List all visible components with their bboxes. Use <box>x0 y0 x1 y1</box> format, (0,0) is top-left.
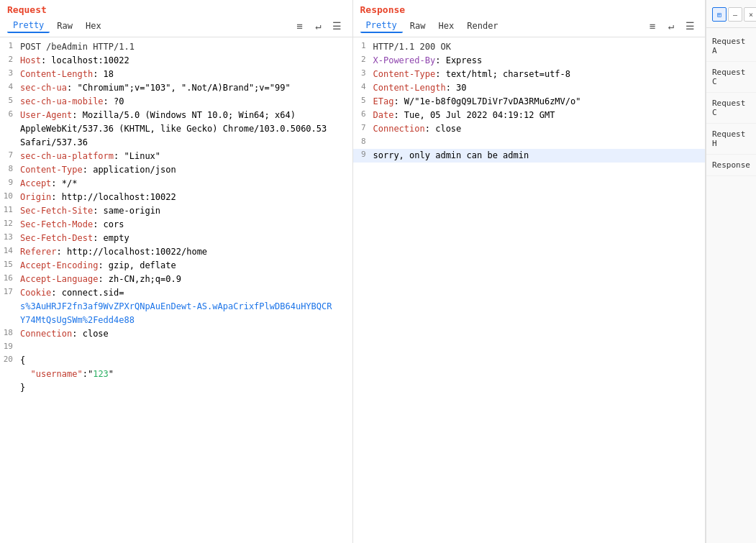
inspect-header-area: ⊞ — × Inspect <box>706 0 756 28</box>
inspect-items-list: Request A Request C Request C Request H … <box>706 28 756 179</box>
response-menu-icon[interactable]: ☰ <box>682 18 698 34</box>
request-line-6a: 6 User-Agent: Mozilla/5.0 (Windows NT 10… <box>0 109 352 122</box>
request-line-9: 9 Accept: */* <box>0 177 352 191</box>
response-line-1: 1 HTTP/1.1 200 OK <box>353 40 706 54</box>
inspect-item-request-a[interactable]: Request A <box>706 31 756 62</box>
response-line-3: 3 Content-Type: text/html; charset=utf-8 <box>353 68 706 81</box>
request-line-19: 19 <box>0 341 352 354</box>
request-line-18: 18 Connection: close <box>0 327 352 341</box>
request-tabs: Pretty Raw Hex ≡ ↵ ☰ <box>7 18 345 34</box>
request-line-15: 15 Accept-Encoding: gzip, deflate <box>0 259 352 273</box>
response-line-9: 9 sorry, only admin can be admin <box>353 149 706 163</box>
response-newline-icon[interactable]: ↵ <box>663 18 679 34</box>
request-panel: Request Pretty Raw Hex ≡ ↵ ☰ 1 POST /beA… <box>0 0 353 543</box>
tab-hex-request[interactable]: Hex <box>80 19 107 32</box>
response-line-2: 2 X-Powered-By: Express <box>353 54 706 68</box>
response-content: 1 HTTP/1.1 200 OK 2 X-Powered-By: Expres… <box>353 37 706 543</box>
request-line-10: 10 Origin: http://localhost:10022 <box>0 191 352 204</box>
tab-raw-request[interactable]: Raw <box>51 19 78 32</box>
request-line-17a: 17 Cookie: connect.sid= <box>0 286 352 300</box>
request-line-11: 11 Sec-Fetch-Site: same-origin <box>0 204 352 218</box>
request-line-16: 16 Accept-Language: zh-CN,zh;q=0.9 <box>0 273 352 286</box>
request-content: 1 POST /beAdmin HTTP/1.1 2 Host: localho… <box>0 37 352 543</box>
inspect-item-request-c1[interactable]: Request C <box>706 62 756 93</box>
request-line-14: 14 Referer: http://localhost:10022/home <box>0 245 352 259</box>
response-format-icon[interactable]: ≡ <box>645 18 660 34</box>
response-tab-icons: ≡ ↵ ☰ <box>645 18 698 34</box>
response-line-6: 6 Date: Tue, 05 Jul 2022 04:19:12 GMT <box>353 109 706 122</box>
request-line-7: 7 sec-ch-ua-platform: "Linux" <box>0 150 352 163</box>
tab-pretty-request[interactable]: Pretty <box>7 19 50 33</box>
request-line-20b: "username":"123" <box>0 368 352 381</box>
response-line-5: 5 ETag: W/"1e-b8f0gQ9L7DiVr7vDA3RMu6zMV/… <box>353 95 706 109</box>
request-line-2: 2 Host: localhost:10022 <box>0 54 352 68</box>
tab-pretty-response[interactable]: Pretty <box>360 19 403 33</box>
inspect-item-request-c2[interactable]: Request C <box>706 93 756 124</box>
request-line-3: 3 Content-Length: 18 <box>0 68 352 81</box>
request-title: Request <box>7 4 345 15</box>
request-line-6c: Safari/537.36 <box>0 136 352 150</box>
response-tabs: Pretty Raw Hex Render ≡ ↵ ☰ <box>360 18 698 34</box>
inspect-item-request-h[interactable]: Request H <box>706 124 756 155</box>
inspect-header-inner: ⊞ — × Inspect <box>712 7 750 22</box>
request-line-4: 4 sec-ch-ua: "Chromium";v="103", ".Not/A… <box>0 81 352 95</box>
response-line-4: 4 Content-Length: 30 <box>353 81 706 95</box>
request-line-5: 5 sec-ch-ua-mobile: ?0 <box>0 95 352 109</box>
request-line-17c: Y74MtQsUgSWm%2Fedd4e88 <box>0 314 352 327</box>
request-menu-icon[interactable]: ☰ <box>329 18 345 34</box>
request-line-17b: s%3AuHRJF2fn3af9WvZPXrQNpAuEnDewt-AS.wAp… <box>0 300 352 314</box>
request-format-icon[interactable]: ≡ <box>292 18 308 34</box>
response-title: Response <box>360 4 698 15</box>
request-header: Request Pretty Raw Hex ≡ ↵ ☰ <box>0 0 352 37</box>
inspect-toolbar: ⊞ — × <box>712 7 756 22</box>
response-line-8: 8 <box>353 136 706 149</box>
tab-render-response[interactable]: Render <box>461 19 504 32</box>
request-line-13: 13 Sec-Fetch-Dest: empty <box>0 232 352 245</box>
request-line-8: 8 Content-Type: application/json <box>0 163 352 177</box>
inspect-item-response[interactable]: Response <box>706 155 756 176</box>
request-line-6b: AppleWebKit/537.36 (KHTML, like Gecko) C… <box>0 122 352 136</box>
request-line-12: 12 Sec-Fetch-Mode: cors <box>0 218 352 232</box>
request-line-1: 1 POST /beAdmin HTTP/1.1 <box>0 40 352 54</box>
response-panel: Response Pretty Raw Hex Render ≡ ↵ ☰ 1 H… <box>353 0 706 543</box>
tab-hex-response[interactable]: Hex <box>433 19 460 32</box>
inspect-dash-btn[interactable]: — <box>728 7 742 22</box>
request-line-20c: } <box>0 381 352 395</box>
inspect-close-btn[interactable]: × <box>744 7 756 22</box>
tab-raw-response[interactable]: Raw <box>404 19 432 32</box>
response-header: Response Pretty Raw Hex Render ≡ ↵ ☰ <box>353 0 706 37</box>
request-line-20a: 20 { <box>0 354 352 368</box>
inspect-sidebar: ⊞ — × Inspect Request A Request C Reques… <box>706 0 756 543</box>
inspect-grid-btn[interactable]: ⊞ <box>712 7 727 22</box>
request-newline-icon[interactable]: ↵ <box>311 18 327 34</box>
response-line-7: 7 Connection: close <box>353 122 706 136</box>
request-tab-icons: ≡ ↵ ☰ <box>292 18 345 34</box>
